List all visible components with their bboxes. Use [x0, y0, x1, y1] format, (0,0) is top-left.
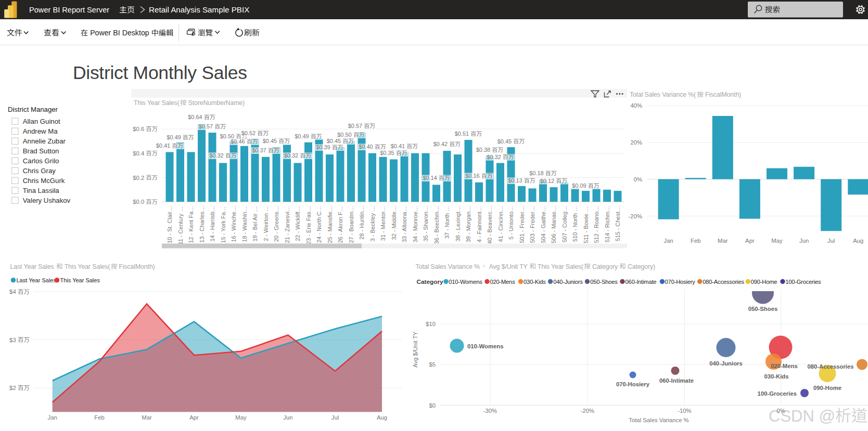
svg-text:Avg $/Unit TY: Avg $/Unit TY [487, 263, 529, 270]
svg-text:Mar: Mar [718, 238, 728, 244]
svg-text:$0.41: $0.41 [391, 143, 407, 149]
svg-text:0%: 0% [634, 176, 642, 182]
svg-text:$0.45: $0.45 [327, 138, 343, 144]
svg-text:34 - Monroe…: 34 - Monroe… [412, 206, 418, 242]
svg-text:$0.6: $0.6 [133, 126, 146, 132]
svg-text:Total Sales Variance %(: Total Sales Variance %( [630, 91, 696, 98]
svg-text:030-Kids: 030-Kids [524, 279, 546, 285]
svg-text:507 - Colleg…: 507 - Colleg… [561, 206, 568, 242]
svg-text:$0.4: $0.4 [133, 150, 146, 156]
svg-text:Category: Category [591, 263, 620, 270]
svg-text:This Year Sales(: This Year Sales( [134, 99, 180, 107]
svg-text:512 - Roano…: 512 - Roano… [593, 206, 599, 243]
svg-text:36 - Beechm…: 36 - Beechm… [433, 206, 440, 244]
svg-text:$0.0: $0.0 [133, 199, 146, 205]
svg-text:020-Mens: 020-Mens [490, 279, 515, 285]
svg-text:$0.51: $0.51 [455, 130, 471, 137]
svg-text:Apr: Apr [189, 414, 199, 421]
svg-text:Apr: Apr [745, 238, 755, 244]
svg-text:$5: $5 [429, 361, 436, 368]
svg-text:20 - Greens…: 20 - Greens… [273, 206, 279, 242]
svg-text:Feb: Feb [691, 238, 700, 244]
svg-text:$10: $10 [426, 321, 436, 327]
svg-text:This Year Sales: This Year Sales [60, 277, 100, 283]
svg-text:Allan Guinot: Allan Guinot [23, 117, 60, 125]
svg-text:100-Groceries: 100-Groceries [758, 390, 797, 397]
svg-text:$0.49: $0.49 [167, 134, 183, 140]
svg-text:Jul: Jul [827, 238, 835, 244]
svg-text:$0.64: $0.64 [188, 114, 204, 120]
svg-text:27 - Boardm…: 27 - Boardm… [348, 206, 354, 243]
svg-text:$0.16: $0.16 [465, 173, 481, 179]
svg-text:Annelie Zubar: Annelie Zubar [23, 137, 66, 145]
svg-text:$0.09: $0.09 [572, 182, 588, 189]
svg-text:$0.39: $0.39 [316, 144, 332, 150]
svg-text:18 - Washin…: 18 - Washin… [241, 206, 248, 242]
svg-text:-30%: -30% [483, 408, 497, 414]
svg-text:28 - Huntin…: 28 - Huntin… [359, 206, 365, 240]
svg-text:35 - Sharon…: 35 - Sharon… [423, 206, 429, 241]
svg-text:040-Juniors: 040-Juniors [553, 279, 583, 285]
svg-text:$0.32: $0.32 [284, 152, 300, 159]
svg-text:020-Mens: 020-Mens [771, 363, 798, 369]
svg-text:Valery Ushakov: Valery Ushakov [23, 197, 71, 204]
svg-text:13 - Charles…: 13 - Charles… [199, 206, 205, 243]
svg-text:Total Sales Variance %: Total Sales Variance % [629, 417, 688, 423]
svg-text:-10%: -10% [678, 408, 691, 414]
svg-text:$0.57: $0.57 [199, 123, 215, 129]
svg-text:StoreNumberName): StoreNumberName) [186, 99, 245, 107]
svg-text:$0.52: $0.52 [241, 130, 258, 136]
svg-text:511 - Bowie …: 511 - Bowie … [583, 206, 589, 243]
svg-text:$0: $0 [429, 402, 436, 409]
svg-text:$0.12: $0.12 [540, 178, 556, 184]
svg-text:5 - Unionto…: 5 - Unionto… [508, 206, 514, 240]
svg-text:$3: $3 [9, 337, 18, 343]
svg-text:39 - Morgan…: 39 - Morgan… [465, 206, 471, 242]
svg-text:050-Shoes: 050-Shoes [748, 306, 778, 312]
svg-text:$0.41: $0.41 [156, 142, 172, 149]
svg-text:Aug: Aug [377, 414, 387, 421]
svg-text:40%: 40% [630, 102, 642, 109]
svg-text:Jun: Jun [799, 238, 809, 244]
svg-text:070-Hosiery: 070-Hosiery [665, 279, 696, 285]
svg-text:030-Kids: 030-Kids [764, 373, 788, 380]
svg-text:11 - Century …: 11 - Century … [177, 206, 184, 245]
svg-text:16 - Winche…: 16 - Winche… [231, 206, 237, 242]
svg-text:$0.45: $0.45 [263, 138, 279, 144]
svg-text:-20%: -20% [629, 213, 642, 219]
svg-text:010-Womens: 010-Womens [449, 279, 482, 285]
svg-text:40 - Beaverc…: 40 - Beaverc… [487, 206, 493, 244]
svg-text:506 - Manas…: 506 - Manas… [551, 206, 557, 243]
svg-text:25 - Mansfie…: 25 - Mansfie… [327, 206, 333, 243]
svg-text:$0.45: $0.45 [497, 138, 514, 145]
svg-text:$0.46: $0.46 [231, 138, 247, 145]
svg-text:$0.40: $0.40 [359, 143, 375, 150]
svg-text:24 - North C…: 24 - North C… [316, 206, 322, 243]
svg-text:$0.2: $0.2 [133, 175, 146, 181]
svg-text:26 - Akron F…: 26 - Akron F… [337, 206, 343, 243]
svg-text:Total Sales Variance %: Total Sales Variance % [416, 263, 480, 270]
svg-text:$0.14: $0.14 [423, 175, 439, 181]
svg-text:050-Shoes: 050-Shoes [590, 279, 618, 285]
svg-text:FiscalMonth): FiscalMonth) [704, 91, 741, 98]
svg-text:080-Accessories: 080-Accessories [807, 363, 853, 370]
svg-text:12 - Kent Fa…: 12 - Kent Fa… [188, 206, 194, 243]
svg-text:38 - Lexingt…: 38 - Lexingt… [455, 206, 461, 241]
svg-text:Mar: Mar [142, 414, 152, 421]
svg-text:22 - Wickliff…: 22 - Wickliff… [295, 206, 301, 241]
svg-text:May: May [771, 238, 783, 244]
svg-text:33 - Altoona…: 33 - Altoona… [401, 206, 407, 243]
svg-text:32 - Middle…: 32 - Middle… [391, 206, 397, 240]
svg-text:070-Hosiery: 070-Hosiery [616, 381, 650, 387]
svg-text:514 - Richm…: 514 - Richm… [604, 206, 610, 242]
svg-text:Category): Category) [626, 263, 655, 270]
svg-text:$2: $2 [9, 385, 18, 391]
svg-text:21 - Zanesvi…: 21 - Zanesvi… [284, 206, 290, 243]
svg-text:$0.35: $0.35 [380, 150, 396, 156]
svg-text:$0.32: $0.32 [487, 154, 503, 160]
svg-text:15 - York Fa…: 15 - York Fa… [220, 206, 226, 243]
svg-text:Carlos Grilo: Carlos Grilo [23, 157, 59, 165]
svg-text:Avg $/Unit TY: Avg $/Unit TY [412, 331, 418, 368]
svg-text:Andrew Ma: Andrew Ma [23, 127, 58, 135]
svg-text:Last Year Sales: Last Year Sales [17, 277, 57, 283]
